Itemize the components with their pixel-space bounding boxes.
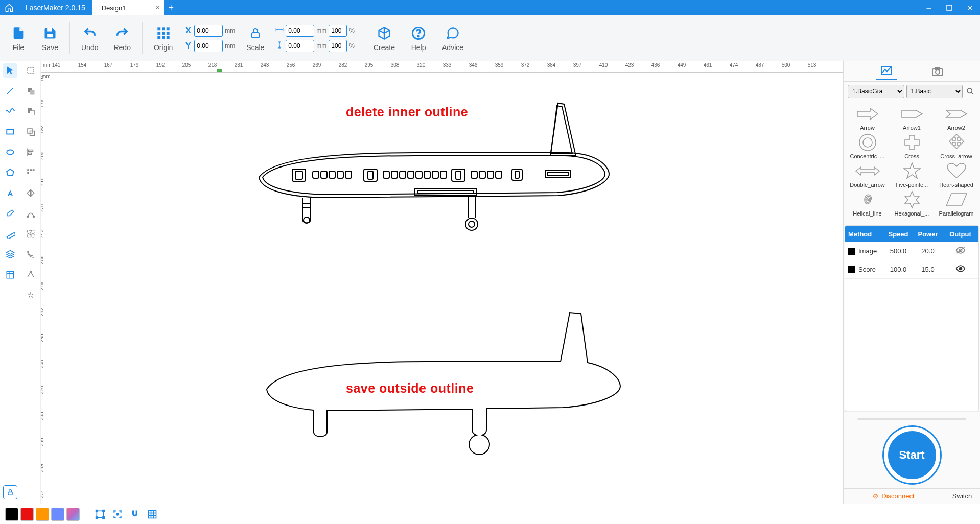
y-unit: mm (225, 42, 235, 50)
minimize-button[interactable]: ─ (919, 0, 939, 15)
help-label: Help (411, 43, 426, 52)
y-input[interactable] (194, 40, 223, 52)
anchor-tool[interactable] (24, 268, 38, 282)
layer-row-score[interactable]: Score 100.0 15.0 (845, 260, 978, 279)
close-window-button[interactable]: ✕ (960, 0, 980, 15)
bound-rect-icon[interactable] (92, 507, 108, 522)
svg-rect-7 (162, 32, 165, 35)
origin-button[interactable]: Origin (147, 17, 180, 59)
focus-icon[interactable] (110, 507, 125, 522)
shape-cross[interactable]: Cross (890, 133, 934, 159)
mirror-tool[interactable] (24, 186, 38, 200)
grid-icon[interactable] (145, 507, 160, 522)
polygon-tool[interactable] (3, 165, 17, 180)
switch-button[interactable]: Switch (944, 492, 980, 500)
start-button[interactable]: Start (884, 427, 940, 483)
shape-parallelogram[interactable]: Parallelogram (935, 190, 978, 217)
table-tool[interactable] (3, 268, 17, 282)
save-button[interactable]: Save (35, 17, 65, 59)
svg-rect-39 (30, 169, 32, 171)
width-input[interactable] (286, 25, 314, 37)
file-button[interactable]: File (3, 17, 34, 59)
shape-cross-arrow[interactable]: Cross_arrow (935, 133, 978, 159)
maximize-button[interactable] (939, 0, 960, 15)
color-gradient[interactable] (66, 508, 80, 521)
array-tool[interactable] (24, 227, 38, 241)
edit-path-tool[interactable] (24, 206, 38, 221)
text-tool[interactable] (3, 186, 17, 200)
shape-category-1[interactable]: 1.BasicGra (848, 85, 904, 98)
svg-rect-57 (321, 171, 327, 178)
union-tool[interactable] (24, 84, 38, 98)
canvas[interactable]: delete inner outline save outside outlin… (52, 73, 843, 504)
shape-star[interactable]: Five-pointe... (890, 161, 934, 188)
shape-arrow[interactable]: Arrow (846, 104, 889, 131)
help-button[interactable]: Help (403, 17, 434, 59)
home-icon[interactable] (0, 0, 18, 15)
distribute-tool[interactable] (24, 165, 38, 180)
undo-button[interactable]: Undo (74, 17, 105, 59)
height-input[interactable] (286, 40, 314, 52)
ellipse-tool[interactable] (3, 145, 17, 159)
add-tab-button[interactable]: + (164, 1, 178, 15)
shape-arrow1[interactable]: Arrow1 (890, 104, 934, 131)
width-pct-input[interactable] (329, 25, 347, 37)
camera-tab[interactable] (927, 63, 948, 80)
lock-aspect-button[interactable]: Scale (239, 17, 271, 59)
magnet-icon[interactable] (127, 507, 143, 522)
svg-rect-58 (329, 171, 335, 178)
svg-rect-5 (166, 27, 169, 30)
color-black[interactable] (5, 508, 18, 521)
shape-heart[interactable]: Heart-shaped (935, 161, 978, 188)
col-output: Output (942, 230, 978, 238)
svg-marker-95 (904, 163, 920, 178)
intersect-tool[interactable] (24, 125, 38, 139)
outline-tool[interactable] (24, 247, 38, 261)
svg-point-93 (859, 134, 876, 151)
align-left-tool[interactable] (24, 145, 38, 159)
height-icon (275, 41, 284, 51)
svg-rect-62 (368, 171, 373, 179)
shape-double-arrow[interactable]: Double_arrow (846, 161, 889, 188)
layer-color (848, 266, 855, 273)
shapes-tab[interactable] (876, 63, 897, 80)
subtract-tool[interactable] (24, 104, 38, 118)
layers-tool[interactable] (3, 247, 17, 261)
shape-arrow2[interactable]: Arrow2 (935, 104, 978, 131)
eye-icon[interactable] (942, 265, 978, 274)
shape-category-2[interactable]: 1.Basic (906, 85, 963, 98)
close-icon[interactable]: × (156, 3, 160, 11)
height-pct-input[interactable] (329, 40, 347, 52)
left-toolbar-2 (20, 61, 41, 504)
disconnect-button[interactable]: ⊘ Disconnect (844, 489, 944, 504)
airplane-detailed (251, 90, 619, 259)
spark-tool[interactable] (24, 288, 38, 302)
curve-tool[interactable] (3, 104, 17, 118)
layer-row-image[interactable]: Image 500.0 20.0 (845, 242, 978, 260)
tab-design1[interactable]: Design1 × (92, 0, 164, 15)
marquee-tool[interactable] (24, 63, 38, 78)
shape-concentric[interactable]: Concentric_... (846, 133, 889, 159)
shape-helical[interactable]: Helical_line (846, 190, 889, 217)
color-orange[interactable] (36, 508, 49, 521)
select-tool[interactable] (3, 63, 17, 78)
advice-button[interactable]: Advice (435, 17, 471, 59)
eraser-tool[interactable] (3, 206, 17, 221)
eye-off-icon[interactable] (942, 246, 978, 256)
color-red[interactable] (20, 508, 34, 521)
x-input[interactable] (194, 25, 223, 37)
svg-rect-45 (31, 230, 34, 233)
lock-canvas-button[interactable] (3, 485, 17, 499)
create-button[interactable]: Create (366, 17, 402, 59)
drag-handle[interactable] (857, 418, 967, 420)
redo-button[interactable]: Redo (106, 17, 137, 59)
measure-tool[interactable] (3, 227, 17, 241)
line-tool[interactable] (3, 84, 17, 98)
svg-rect-11 (166, 36, 169, 39)
svg-rect-37 (28, 153, 31, 155)
svg-rect-2 (47, 34, 53, 37)
color-blue[interactable] (51, 508, 64, 521)
shape-hexstar[interactable]: Hexagonal_... (890, 190, 934, 217)
rect-tool[interactable] (3, 125, 17, 139)
search-icon[interactable] (965, 86, 976, 97)
